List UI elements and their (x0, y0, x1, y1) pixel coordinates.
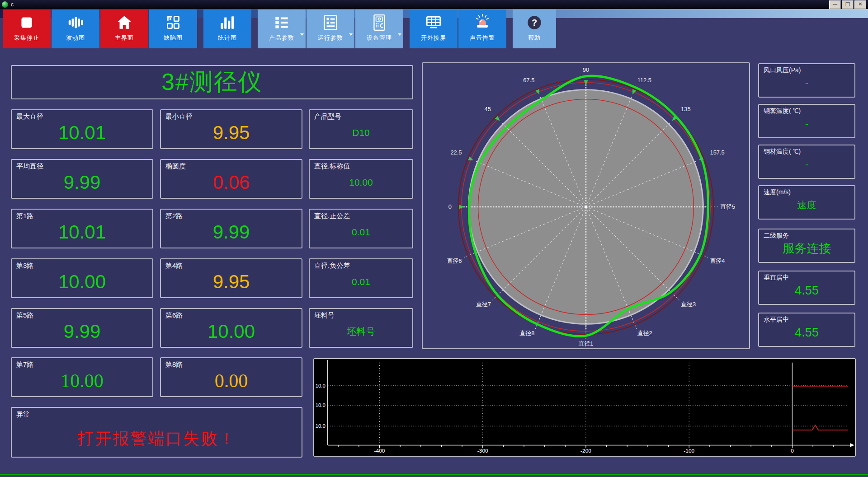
svg-text:?: ? (532, 18, 537, 28)
minimize-button[interactable]: — (829, 0, 841, 9)
svg-text:-300: -300 (477, 448, 488, 454)
svg-text:112.5: 112.5 (637, 77, 651, 84)
metric-panel: 第1路10.01 (11, 209, 153, 248)
toolbar-button-label: 产品参数 (258, 34, 306, 42)
toolbar-button-label: 帮助 (513, 34, 556, 42)
metric-value: 10.01 (12, 218, 152, 247)
station-title-panel: 3#测径仪 (11, 65, 413, 99)
svg-text:135: 135 (681, 106, 691, 112)
metric-panel: 第2路9.99 (160, 209, 302, 248)
sidebar-value: - (759, 152, 854, 177)
wave-chart-icon (66, 13, 85, 32)
restore-button[interactable]: □ (842, 0, 854, 9)
metric-panel: 第3路10.00 (11, 258, 153, 298)
toolbar-button-help[interactable]: ?帮助 (513, 9, 556, 48)
metric-panel: 产品型号D10 (309, 109, 413, 149)
svg-text:直径4: 直径4 (710, 257, 725, 264)
svg-text:直径7: 直径7 (476, 301, 491, 308)
close-button[interactable]: × (854, 0, 866, 9)
metric-value: 0.01 (310, 218, 412, 247)
toolbar-button-main-screen[interactable]: 主界面 (100, 9, 148, 48)
dropdown-arrow-icon[interactable] (398, 33, 401, 36)
svg-text:0: 0 (448, 203, 452, 210)
svg-text:直径6: 直径6 (447, 257, 462, 264)
metric-value: D10 (310, 118, 412, 147)
svg-text:-200: -200 (580, 448, 591, 454)
toolbar-button-label: 声音告警 (458, 34, 506, 42)
metric-value: 0.06 (161, 168, 302, 197)
toolbar-button-wave-chart[interactable]: 波动图 (52, 9, 99, 48)
run-params-icon (321, 13, 340, 32)
svg-text:直径1: 直径1 (579, 340, 594, 347)
sidebar-value: 服务连接 (759, 236, 854, 261)
toolbar-button-label: 开外接屏 (410, 34, 458, 42)
toolbar-button-external-screen[interactable]: 开外接屏 (410, 9, 458, 48)
stats-chart-icon (218, 13, 237, 32)
toolbar-button-label: 缺陷图 (149, 34, 197, 42)
trend-chart-panel: 10.010.010.0-400-300-200-1000 (313, 358, 856, 457)
sidebar-value: - (759, 111, 854, 136)
sidebar-value: - (759, 70, 854, 96)
metric-value: 9.99 (12, 317, 152, 346)
sidebar-panel: 垂直居中4.55 (758, 271, 855, 305)
toolbar-button-defect-chart[interactable]: 缺陷图 (149, 9, 197, 48)
metric-value: 坯料号 (310, 317, 412, 346)
metric-value: 10.00 (12, 366, 152, 395)
polar-chart-panel: 直径5157.5135112.59067.54522.50直径6直径7直径8直径… (422, 62, 750, 349)
toolbar-button-run-params[interactable]: 运行参数 (307, 9, 354, 48)
svg-text:10.0: 10.0 (316, 423, 326, 429)
metric-panel: 坯料号坯料号 (309, 308, 413, 348)
svg-text:10.0: 10.0 (316, 383, 326, 388)
metric-value: 10.00 (12, 267, 152, 296)
toolbar-button-device-management[interactable]: 设备管理 (355, 9, 403, 48)
dropdown-arrow-icon[interactable] (349, 33, 353, 36)
toolbar-button-stop-acquisition[interactable]: 采集停止 (3, 9, 51, 48)
svg-text:90: 90 (583, 66, 589, 73)
defect-chart-icon (164, 13, 183, 32)
svg-text:22.5: 22.5 (450, 149, 462, 156)
sidebar-panel: 风口风压(Pa)- (758, 63, 855, 98)
product-params-icon (272, 13, 291, 32)
toolbar-button-label: 设备管理 (355, 34, 403, 42)
svg-text:10.0: 10.0 (316, 402, 326, 408)
metric-value: 10.00 (310, 168, 412, 197)
toolbar-button-label: 波动图 (52, 34, 99, 42)
sidebar-panel: 钢套温度( ℃)- (758, 104, 855, 138)
window-title: c (11, 1, 14, 8)
sidebar-panel: 水平居中4.55 (758, 313, 855, 347)
metric-value: 10.00 (161, 317, 302, 346)
dropdown-arrow-icon[interactable] (300, 33, 304, 36)
svg-text:直径2: 直径2 (637, 330, 652, 337)
metric-panel: 直径.标称值10.00 (309, 159, 413, 199)
svg-text:0: 0 (791, 448, 794, 454)
metric-panel: 第7路10.00 (11, 357, 153, 397)
metric-value: 0.01 (310, 267, 412, 296)
svg-text:直径8: 直径8 (519, 330, 534, 337)
window-controls: —□× (829, 0, 866, 9)
toolbar-button-statistics-chart[interactable]: 统计图 (203, 9, 251, 48)
svg-text:67.5: 67.5 (523, 77, 534, 84)
sidebar-panel: 钢材温度( ℃)- (758, 145, 855, 179)
sidebar-panel: 速度(m/s)速度 (758, 185, 855, 220)
metric-panel: 直径.正公差0.01 (309, 209, 413, 248)
toolbar-button-sound-alarm[interactable]: 声音告警 (458, 9, 506, 48)
external-screen-icon (424, 13, 443, 32)
metric-panel: 直径.负公差0.01 (309, 258, 413, 298)
metric-panel: 平均直径9.99 (11, 159, 153, 199)
svg-text:直径5: 直径5 (720, 203, 735, 210)
svg-text:157.5: 157.5 (710, 149, 724, 156)
stop-icon (17, 13, 36, 32)
metric-value: 9.99 (12, 168, 152, 197)
metric-panel: 最小直径9.95 (160, 109, 302, 149)
toolbar-button-product-params[interactable]: 产品参数 (258, 9, 306, 48)
svg-text:直径3: 直径3 (681, 301, 696, 308)
metric-panel: 椭圆度0.06 (160, 159, 302, 199)
metric-value: 9.95 (161, 267, 302, 296)
alarm-label: 异常 (16, 410, 30, 419)
toolbar-button-label: 运行参数 (307, 34, 354, 42)
home-icon (115, 13, 134, 32)
metric-value: 9.95 (161, 118, 302, 147)
metric-panel: 第6路10.00 (160, 308, 302, 348)
toolbar-button-label: 采集停止 (3, 34, 51, 42)
metric-panel: 第4路9.95 (160, 258, 302, 298)
